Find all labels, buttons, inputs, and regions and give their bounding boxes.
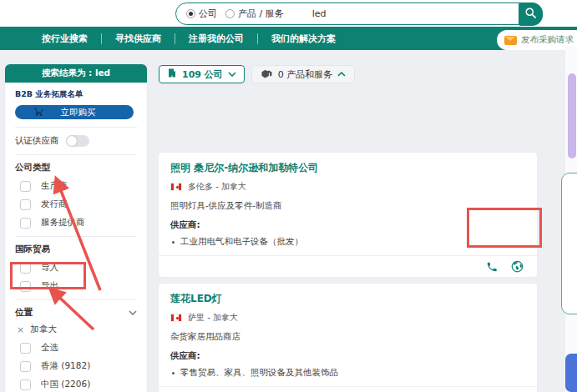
export-label: 导出 xyxy=(41,280,58,292)
search-icon xyxy=(524,7,537,22)
search-button[interactable] xyxy=(519,3,543,26)
filter-row-select-all: 全选 xyxy=(15,342,137,354)
top-search-bar: 公司 产品 / 服务 xyxy=(0,0,577,27)
scrollbar-thumb[interactable] xyxy=(565,354,577,392)
filter-row-hongkong: 香港 (9182) xyxy=(15,360,137,372)
selected-location-label: 加拿大 xyxy=(30,324,57,335)
company-name-link[interactable]: 莲花LED灯 xyxy=(170,292,525,306)
verified-supplier-toggle[interactable] xyxy=(66,135,89,147)
import-checkbox[interactable] xyxy=(20,263,31,274)
hongkong-checkbox[interactable] xyxy=(20,361,31,372)
nav-item-find-suppliers[interactable]: 寻找供应商 xyxy=(102,33,175,45)
company-location: 萨里 - 加拿大 xyxy=(188,312,238,324)
supplier-label: 供应商: xyxy=(170,219,525,231)
china-label: 中国 (2206) xyxy=(41,379,90,390)
bullet-icon xyxy=(172,241,175,244)
radio-company-label: 公司 xyxy=(199,8,217,20)
buy-now-label: 立即购买 xyxy=(44,107,112,118)
import-label: 导入 xyxy=(41,262,58,274)
envelope-icon xyxy=(504,36,517,45)
distributor-checkbox[interactable] xyxy=(20,199,31,210)
company-name-link[interactable]: 照明 桑尼尔-纳尔逊和加勒特公司 xyxy=(170,161,525,175)
nav-item-search-by-industry[interactable]: 按行业搜索 xyxy=(28,33,101,45)
search-pill: 公司 产品 / 服务 xyxy=(175,3,543,25)
verified-supplier-label: 认证供应商 xyxy=(15,135,59,147)
sidebar-divider xyxy=(15,127,137,128)
globe-icon[interactable] xyxy=(511,260,524,273)
filter-row-export: 导出 xyxy=(15,280,137,292)
company-category: 照明灯具-供应及零件-制造商 xyxy=(170,200,525,212)
export-checkbox[interactable] xyxy=(20,281,31,292)
search-type-product-radio[interactable]: 产品 / 服务 xyxy=(225,8,284,20)
select-all-label: 全选 xyxy=(41,342,58,354)
building-icon xyxy=(167,68,177,81)
main-nav: 按行业搜索 寻找供应商 注册我的公司 我们的解决方案 发布采购请求 xyxy=(0,27,577,50)
results-area: 109 公司 0 产品和服务 照明 桑尼尔-纳尔逊和加勒特公司 多伦多 - 加拿… xyxy=(159,65,537,392)
selected-location-tag: × 加拿大 xyxy=(17,324,137,335)
supplier-item: 零售贸易、家具、照明设备及其他装饰品 xyxy=(180,367,338,379)
products-icon xyxy=(261,68,273,81)
canada-flag-icon xyxy=(170,314,182,322)
company-type-section-title: 公司类型 xyxy=(15,162,137,173)
service-provider-label: 服务提供商 xyxy=(41,217,85,229)
b2b-list-label: B2B 业务拓展名单 xyxy=(15,89,137,100)
companies-tab[interactable]: 109 公司 xyxy=(159,65,245,83)
products-tab-label: 0 产品和服务 xyxy=(278,68,333,81)
manufacturer-label: 生产商 xyxy=(41,180,68,192)
sidebar-divider xyxy=(15,236,137,237)
filter-row-manufacturer: 生产商 xyxy=(15,180,137,192)
companies-tab-label: 109 公司 xyxy=(182,68,223,81)
search-input[interactable] xyxy=(312,8,542,19)
buy-now-button[interactable]: 立即购买 xyxy=(15,105,134,119)
nav-item-our-solutions[interactable]: 我们的解决方案 xyxy=(258,33,349,45)
supplier-label: 供应商: xyxy=(170,350,525,362)
select-all-checkbox[interactable] xyxy=(20,343,31,354)
search-type-company-radio[interactable]: 公司 xyxy=(186,8,217,20)
service-provider-checkbox[interactable] xyxy=(20,218,31,229)
bullet-icon xyxy=(172,372,175,374)
manufacturer-checkbox[interactable] xyxy=(20,181,31,192)
canada-flag-icon xyxy=(170,183,182,191)
radio-unselected-icon[interactable] xyxy=(225,9,235,18)
cart-icon xyxy=(33,107,44,118)
sidebar-divider xyxy=(15,154,137,155)
international-trade-section-title: 国际贸易 xyxy=(15,244,137,255)
location-section-title: 位置 xyxy=(15,307,137,319)
company-category: 杂货家居用品商店 xyxy=(170,331,525,343)
sidebar-divider xyxy=(15,299,137,300)
company-location: 多伦多 - 加拿大 xyxy=(188,181,246,193)
post-request-label: 发布采购请求 xyxy=(521,34,574,46)
remove-tag-icon[interactable]: × xyxy=(17,324,24,335)
products-tab[interactable]: 0 产品和服务 xyxy=(251,65,356,83)
hongkong-label: 香港 (9182) xyxy=(41,360,90,372)
filters-sidebar: 搜索结果为 : led B2B 业务拓展名单 立即购买 认证供应商 公司类型 生… xyxy=(5,64,147,392)
radio-selected-icon[interactable] xyxy=(186,9,195,18)
filter-row-china: 中国 (2206) xyxy=(15,379,137,390)
filter-row-distributor: 发行商 xyxy=(15,199,137,210)
company-card: 莲花LED灯 萨里 - 加拿大 杂货家居用品商店 供应商: 零售贸易、家具、照明… xyxy=(159,284,537,392)
filter-row-service-provider: 服务提供商 xyxy=(15,217,137,229)
phone-icon[interactable] xyxy=(486,261,498,273)
chevron-down-icon xyxy=(228,72,236,77)
supplier-item: 工业用电气和电子设备（批发） xyxy=(180,236,303,248)
search-results-header: 搜索结果为 : led xyxy=(5,64,147,83)
scrollbar-thumb[interactable] xyxy=(568,73,576,158)
company-card: 照明 桑尼尔-纳尔逊和加勒特公司 多伦多 - 加拿大 照明灯具-供应及零件-制造… xyxy=(159,153,537,277)
nav-item-register-company[interactable]: 注册我的公司 xyxy=(175,33,257,45)
china-checkbox[interactable] xyxy=(20,379,31,390)
filter-row-import: 导入 xyxy=(15,262,137,274)
chevron-down-icon[interactable] xyxy=(129,310,137,315)
side-panel-edge xyxy=(561,173,577,314)
chevron-up-icon xyxy=(337,72,346,77)
distributor-label: 发行商 xyxy=(41,199,68,210)
radio-product-label: 产品 / 服务 xyxy=(238,8,284,20)
